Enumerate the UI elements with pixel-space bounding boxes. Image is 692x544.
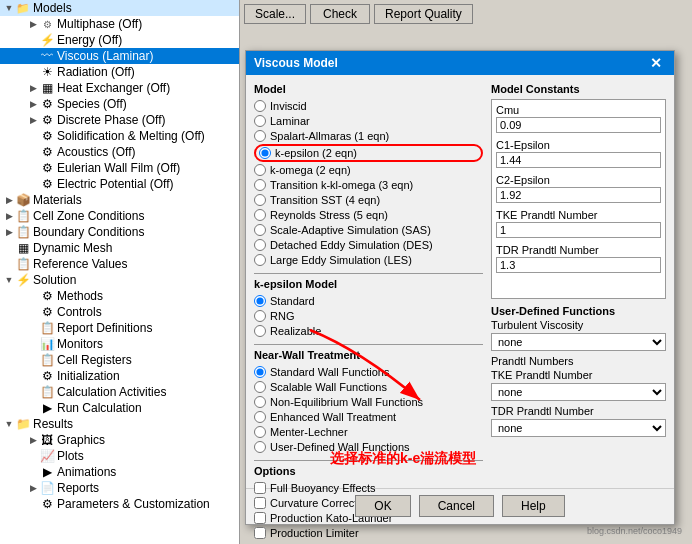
prandtl-numbers-label: Prandtl Numbers	[491, 355, 666, 367]
dialog-close-button[interactable]: ✕	[646, 55, 666, 71]
cell-zone-icon: 📋	[16, 209, 30, 223]
check-button[interactable]: Check	[310, 4, 370, 24]
ok-button[interactable]: OK	[355, 495, 410, 517]
sidebar-item-parameters[interactable]: ⚙ Parameters & Customization	[0, 496, 239, 512]
tdr-prandtl-select[interactable]: none	[491, 419, 666, 437]
expand-dynamic-mesh-icon	[4, 243, 14, 253]
sidebar-item-graphics[interactable]: ▶ 🖼 Graphics	[0, 432, 239, 448]
sidebar-item-results[interactable]: ▼ 📁 Results	[0, 416, 239, 432]
sidebar-item-boundary[interactable]: ▶ 📋 Boundary Conditions	[0, 224, 239, 240]
sidebar-label-monitors: Monitors	[57, 337, 103, 351]
model-option-les[interactable]: Large Eddy Simulation (LES)	[254, 253, 483, 267]
cmu-input[interactable]	[496, 117, 661, 133]
model-option-des[interactable]: Detached Eddy Simulation (DES)	[254, 238, 483, 252]
sidebar-item-reports[interactable]: ▶ 📄 Reports	[0, 480, 239, 496]
option-full-buoyancy[interactable]: Full Buoyancy Effects	[254, 481, 483, 495]
sidebar-item-dynamic-mesh[interactable]: ▦ Dynamic Mesh	[0, 240, 239, 256]
sidebar-item-electric[interactable]: ⚙ Electric Potential (Off)	[0, 176, 239, 192]
model-option-spalart[interactable]: Spalart-Allmaras (1 eqn)	[254, 129, 483, 143]
const-tke-prandtl: TKE Prandtl Number	[496, 209, 661, 238]
k-epsilon-rng[interactable]: RNG	[254, 309, 483, 323]
constants-section-label: Model Constants	[491, 83, 666, 95]
radiation-icon: ☀	[40, 65, 54, 79]
near-wall-non-eq[interactable]: Non-Equilibrium Wall Functions	[254, 395, 483, 409]
sidebar-label-cell-registers: Cell Registers	[57, 353, 132, 367]
model-option-k-omega[interactable]: k-omega (2 eqn)	[254, 163, 483, 177]
constants-box: Cmu C1-Epsilon C2-Epsilon TKE Prandtl Nu…	[491, 99, 666, 299]
sidebar-item-initialization[interactable]: ⚙ Initialization	[0, 368, 239, 384]
model-option-transition-sst[interactable]: Transition SST (4 eqn)	[254, 193, 483, 207]
c2epsilon-input[interactable]	[496, 187, 661, 203]
help-button[interactable]: Help	[502, 495, 565, 517]
expand-radiation-icon	[28, 67, 38, 77]
sidebar-item-discrete-phase[interactable]: ▶ ⚙ Discrete Phase (Off)	[0, 112, 239, 128]
sidebar-item-animations[interactable]: ▶ Animations	[0, 464, 239, 480]
sidebar-item-materials[interactable]: ▶ 📦 Materials	[0, 192, 239, 208]
model-option-reynolds-stress[interactable]: Reynolds Stress (5 eqn)	[254, 208, 483, 222]
results-icon: 📁	[16, 417, 30, 431]
reference-icon: 📋	[16, 257, 30, 271]
near-wall-scalable[interactable]: Scalable Wall Functions	[254, 380, 483, 394]
divider-2	[254, 344, 483, 345]
expand-reference-icon	[4, 259, 14, 269]
sidebar-item-radiation[interactable]: ☀ Radiation (Off)	[0, 64, 239, 80]
scale-button[interactable]: Scale...	[244, 4, 306, 24]
c1epsilon-input[interactable]	[496, 152, 661, 168]
near-wall-enhanced[interactable]: Enhanced Wall Treatment	[254, 410, 483, 424]
sidebar-item-cell-registers[interactable]: 📋 Cell Registers	[0, 352, 239, 368]
turbulent-viscosity-select[interactable]: none	[491, 333, 666, 351]
dynamic-mesh-icon: ▦	[16, 241, 30, 255]
tke-prandtl-input[interactable]	[496, 222, 661, 238]
sidebar-item-solidification[interactable]: ⚙ Solidification & Melting (Off)	[0, 128, 239, 144]
sidebar-item-report-definitions[interactable]: 📋 Report Definitions	[0, 320, 239, 336]
model-radio-group: Inviscid Laminar Spalart-Allmaras (1 eqn…	[254, 99, 483, 267]
model-option-k-epsilon[interactable]: k-epsilon (2 eqn)	[254, 144, 483, 162]
ke-standard-label: Standard	[270, 295, 315, 307]
cancel-button[interactable]: Cancel	[419, 495, 494, 517]
sidebar-item-species[interactable]: ▶ ⚙ Species (Off)	[0, 96, 239, 112]
sidebar-item-monitors[interactable]: 📊 Monitors	[0, 336, 239, 352]
model-option-laminar[interactable]: Laminar	[254, 114, 483, 128]
sidebar-item-solution[interactable]: ▼ ⚡ Solution	[0, 272, 239, 288]
near-wall-user-defined[interactable]: User-Defined Wall Functions	[254, 440, 483, 454]
opt-limiter-label: Production Limiter	[270, 527, 359, 539]
sidebar-item-energy[interactable]: ⚡ Energy (Off)	[0, 32, 239, 48]
sidebar-item-acoustics[interactable]: ⚙ Acoustics (Off)	[0, 144, 239, 160]
report-quality-button[interactable]: Report Quality	[374, 4, 473, 24]
model-option-sas[interactable]: Scale-Adaptive Simulation (SAS)	[254, 223, 483, 237]
opt-buoyancy-label: Full Buoyancy Effects	[270, 482, 376, 494]
trans-sst-label: Transition SST (4 eqn)	[270, 194, 380, 206]
sidebar-item-multiphase[interactable]: ▶ ⚙ Multiphase (Off)	[0, 16, 239, 32]
model-option-inviscid[interactable]: Inviscid	[254, 99, 483, 113]
sidebar-item-plots[interactable]: 📈 Plots	[0, 448, 239, 464]
discrete-icon: ⚙	[40, 113, 54, 127]
model-option-transition-kklomega[interactable]: Transition k-kl-omega (3 eqn)	[254, 178, 483, 192]
near-wall-standard[interactable]: Standard Wall Functions	[254, 365, 483, 379]
sidebar-item-controls[interactable]: ⚙ Controls	[0, 304, 239, 320]
near-wall-menter[interactable]: Menter-Lechner	[254, 425, 483, 439]
sidebar-item-reference[interactable]: 📋 Reference Values	[0, 256, 239, 272]
init-icon: ⚙	[40, 369, 54, 383]
sidebar-item-eulerian[interactable]: ⚙ Eulerian Wall Film (Off)	[0, 160, 239, 176]
k-epsilon-realizable[interactable]: Realizable	[254, 324, 483, 338]
k-epsilon-standard[interactable]: Standard	[254, 294, 483, 308]
sidebar-item-heat-exchanger[interactable]: ▶ ▦ Heat Exchanger (Off)	[0, 80, 239, 96]
sidebar-label-electric: Electric Potential (Off)	[57, 177, 173, 191]
sidebar-label-discrete: Discrete Phase (Off)	[57, 113, 165, 127]
sidebar-item-cell-zone[interactable]: ▶ 📋 Cell Zone Conditions	[0, 208, 239, 224]
sidebar-item-methods[interactable]: ⚙ Methods	[0, 288, 239, 304]
multiphase-icon: ⚙	[40, 17, 54, 31]
tke-prandtl-select[interactable]: none	[491, 383, 666, 401]
sidebar-label-viscous: Viscous (Laminar)	[57, 49, 153, 63]
expand-acoustics-icon	[28, 147, 38, 157]
tdr-prandtl-input[interactable]	[496, 257, 661, 273]
sidebar-item-viscous[interactable]: 〰 Viscous (Laminar)	[0, 48, 239, 64]
expand-discrete-icon: ▶	[28, 115, 38, 125]
sidebar-item-models[interactable]: ▼ 📁 Models	[0, 0, 239, 16]
option-production-limiter[interactable]: Production Limiter	[254, 526, 483, 540]
sidebar-item-calculation-activities[interactable]: 📋 Calculation Activities	[0, 384, 239, 400]
sidebar-item-run-calculation[interactable]: ▶ Run Calculation	[0, 400, 239, 416]
c1epsilon-label: C1-Epsilon	[496, 139, 661, 151]
near-wall-radio-group: Standard Wall Functions Scalable Wall Fu…	[254, 365, 483, 454]
watermark: blog.csdn.net/coco1949	[587, 526, 682, 536]
